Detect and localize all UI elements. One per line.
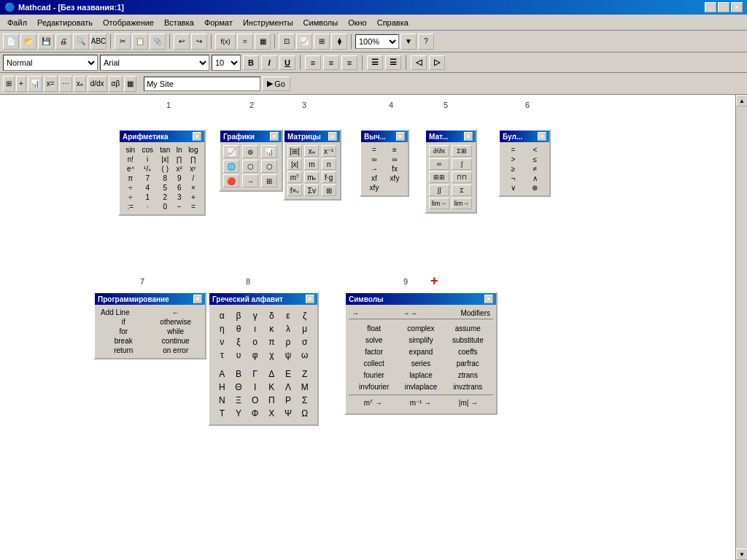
greek-iota[interactable]: ι [247, 323, 263, 335]
greek-Xi[interactable]: Ξ [231, 394, 247, 406]
copy-button[interactable]: 📋 [132, 34, 148, 50]
new-button[interactable]: 📄 [3, 34, 19, 50]
greek-omega[interactable]: ω [297, 349, 312, 361]
bool-geq[interactable]: ≥ [503, 164, 524, 174]
decrease-indent[interactable]: ◁ [411, 55, 427, 70]
bool-not[interactable]: ¬ [503, 174, 524, 183]
sym-fourier[interactable]: fourier [351, 370, 397, 381]
mat-insert[interactable]: [⊞] [287, 145, 302, 157]
graph-polar[interactable]: ⊚ [242, 145, 258, 158]
sym-simplify[interactable]: simplify [398, 335, 444, 346]
increase-indent[interactable]: ▷ [429, 55, 445, 70]
m2-int[interactable]: ∫ [452, 158, 472, 170]
mat-frac[interactable]: f·g [322, 171, 336, 183]
sym-invfourier[interactable]: invfourier [351, 381, 397, 392]
greek-eta[interactable]: η [214, 323, 230, 335]
arith-8[interactable]: 8 [157, 174, 174, 183]
help-btn[interactable]: ? [418, 34, 434, 50]
greek-chi[interactable]: χ [264, 349, 279, 361]
insert-text[interactable]: f(x) [215, 34, 236, 50]
math-calc-btn[interactable]: + [16, 76, 26, 92]
menu-symbols[interactable]: Символы [299, 17, 343, 28]
math-deriv-btn[interactable]: d/dx [88, 76, 107, 92]
math-graph-btn[interactable]: 📊 [28, 76, 42, 92]
sym-ztrans[interactable]: ztrans [445, 370, 491, 381]
mat-grid[interactable]: ⊞ [322, 184, 336, 196]
calc-xf[interactable]: xf [364, 174, 384, 183]
arith-div[interactable]: / [185, 174, 201, 183]
greek-phi[interactable]: φ [247, 349, 263, 361]
arith-sin[interactable]: sin [123, 145, 139, 155]
m2-lim[interactable]: ⊞⊞ [429, 171, 449, 183]
matrix-title[interactable]: Матрицы × [285, 131, 340, 142]
greek-theta[interactable]: θ [231, 323, 247, 335]
graph-scatter[interactable]: 🔴 [223, 174, 239, 187]
sym-series[interactable]: series [398, 358, 444, 369]
align-center[interactable]: ≡ [323, 55, 339, 70]
mat-t[interactable]: mᵀ [287, 171, 302, 183]
m2-sigma[interactable]: Σ [452, 184, 472, 196]
bool-and[interactable]: ∧ [524, 174, 546, 183]
greek-title[interactable]: Греческий алфавит × [209, 293, 317, 305]
greek-close[interactable]: × [306, 295, 314, 303]
greek-xi[interactable]: ξ [231, 336, 247, 348]
sym-invlaplace[interactable]: invlaplace [398, 381, 444, 392]
greek-Epsilon[interactable]: Ε [281, 368, 296, 380]
sym-substitute[interactable]: substitute [445, 335, 491, 346]
mat-cross[interactable]: f×ᵥ [287, 184, 302, 196]
prog-continue[interactable]: continue [149, 336, 202, 346]
greek-alpha[interactable]: α [214, 310, 230, 322]
calc-title[interactable]: Выч... × [361, 131, 408, 142]
prog-return[interactable]: return [98, 346, 149, 355]
insert-matrix[interactable]: ▦ [255, 34, 271, 50]
preview-button[interactable]: 🔍 [73, 34, 89, 50]
symbols-close[interactable]: × [484, 295, 493, 303]
bool-neq[interactable]: ≠ [524, 164, 546, 174]
prog-arrow[interactable]: ← [149, 308, 202, 317]
greek-Delta[interactable]: Δ [264, 368, 279, 380]
arith-4[interactable]: 4 [139, 183, 157, 192]
sym-parfrac[interactable]: parfrac [445, 358, 491, 369]
sym-mt[interactable]: mᵀ → [363, 397, 384, 408]
prog-while[interactable]: while [149, 327, 202, 336]
graph-3d[interactable]: 🌐 [223, 160, 239, 173]
greek-Beta[interactable]: Β [231, 368, 247, 380]
graphs-close[interactable]: × [270, 132, 279, 141]
menu-edit[interactable]: Редактировать [33, 17, 97, 28]
greek-rho[interactable]: ρ [281, 336, 296, 348]
sym-arrow2[interactable]: →→ [403, 309, 417, 317]
menu-window[interactable]: Окно [344, 17, 371, 28]
close-button[interactable]: × [731, 2, 743, 12]
greek-Rho[interactable]: Ρ [281, 394, 296, 406]
prog-break[interactable]: break [98, 336, 149, 346]
greek-zeta[interactable]: ζ [297, 310, 312, 322]
greek-Chi[interactable]: Χ [264, 408, 279, 419]
font-select[interactable]: Arial [100, 55, 209, 71]
arith-tan[interactable]: tan [157, 145, 174, 155]
mat-n[interactable]: n [322, 158, 336, 170]
bool-gt[interactable]: > [503, 155, 524, 164]
arith-frac[interactable]: ÷ [123, 183, 139, 192]
arith-9[interactable]: 9 [174, 174, 185, 183]
math-var-btn[interactable]: x= [44, 76, 58, 92]
greek-Iota[interactable]: Ι [247, 381, 263, 393]
greek-Mu[interactable]: Μ [297, 381, 312, 393]
calc-to1[interactable]: ∞ [364, 155, 384, 164]
greek-sigma[interactable]: σ [297, 336, 312, 348]
prog-close[interactable]: × [193, 295, 202, 303]
sym-mabs[interactable]: |m| → [457, 397, 479, 408]
math-subscript-btn[interactable]: xₙ [74, 76, 86, 92]
arith-dot[interactable]: · [139, 202, 157, 211]
greek-Nu[interactable]: Ν [214, 394, 230, 406]
m2-interal[interactable]: ∫∫ [429, 184, 449, 196]
bool-leq[interactable]: ≤ [524, 155, 546, 164]
greek-Sigma[interactable]: Σ [297, 394, 312, 406]
bullet-list[interactable]: ☰ [367, 55, 383, 70]
arith-add[interactable]: + [185, 192, 201, 202]
bool-eq[interactable]: = [503, 145, 524, 155]
bool-title[interactable]: Бул... × [500, 131, 549, 142]
arith-3[interactable]: 3 [174, 192, 185, 202]
arith-minus[interactable]: − [174, 202, 185, 211]
m2-frac[interactable]: ∂/∂x [429, 145, 449, 157]
arith-eq[interactable]: = [185, 202, 201, 211]
